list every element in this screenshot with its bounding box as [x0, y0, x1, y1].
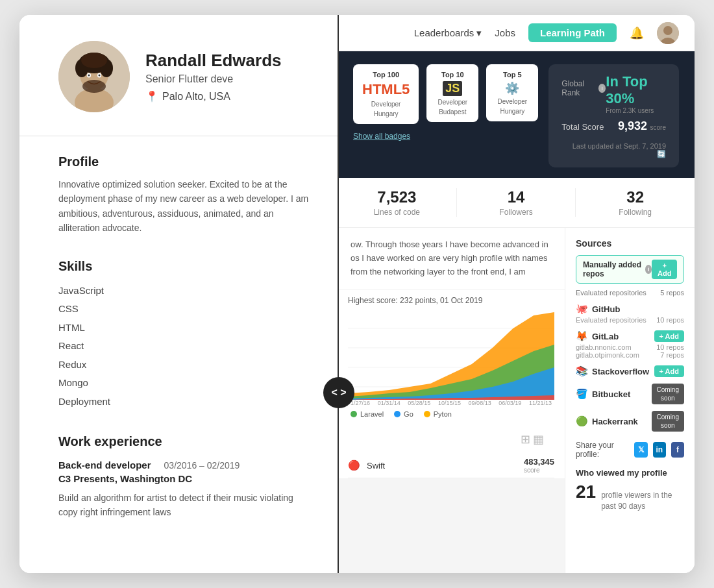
badges-score-row: Top 100 HTML5 Developer Hungary Top 10 J…	[353, 64, 679, 167]
legend-laravel: Laravel	[351, 410, 384, 418]
global-rank-label: Global Rank i	[561, 79, 606, 97]
stat-lines-of-code: 7,523 Lines of code	[338, 188, 457, 217]
sources-title: Sources	[576, 238, 684, 249]
stat-followers: 14 Followers	[457, 188, 576, 217]
legend-dot-pyton	[424, 411, 430, 417]
evaluated-repos-count: 5 repos	[660, 289, 684, 297]
gitlab-sub1: gitlab.nnonic.com	[576, 343, 632, 351]
nav-leaderboards[interactable]: Leaderboards ▾	[414, 27, 482, 39]
bitbucket-coming-soon[interactable]: Comingsoon	[652, 384, 684, 404]
jobs-label: Jobs	[495, 27, 515, 38]
share-label: Share your profile:	[576, 441, 629, 459]
rank-score-row: Total Score 9,932 score	[561, 119, 666, 133]
source-github-header: 🐙 GitHub	[576, 303, 684, 315]
list-item: Redux	[58, 356, 312, 374]
x-label-5: 09/08/13	[469, 400, 491, 406]
score-section: ⊞ ▦ 🔴 Swift 483,345 score	[338, 426, 565, 478]
gitlab-icon: 🦊	[576, 330, 588, 342]
bitbucket-label: Bitbucket	[592, 389, 630, 399]
chevron-down-icon: ▾	[476, 27, 482, 39]
source-stackoverflow: 📚 Stackoverflow + Add	[576, 365, 684, 377]
legend-label-go: Go	[404, 410, 413, 418]
avatar	[58, 41, 130, 112]
github-repos-count: 10 repos	[656, 316, 684, 324]
from-users-label: From 2.3K users	[606, 107, 666, 114]
dark-stats-section: Top 100 HTML5 Developer Hungary Top 10 J…	[338, 51, 695, 178]
gitlab-repos2: 7 repos	[660, 351, 684, 359]
nav-bar: Leaderboards ▾ Jobs Learning Path 🔔	[338, 15, 695, 51]
bell-icon[interactable]: 🔔	[630, 26, 644, 40]
profile-section-title: Profile	[58, 154, 312, 169]
list-item: Deployment	[58, 393, 312, 411]
source-bitbucket-header: 🪣 Bitbucket Comingsoon	[576, 384, 684, 404]
x-label-3: 05/28/15	[408, 400, 430, 406]
list-item: HTML	[58, 319, 312, 337]
rank-card: Global Rank i In Top 30% From 2.3K users…	[548, 64, 679, 167]
manually-added-row: Manually added repos i + Add	[576, 255, 684, 284]
hackerrank-coming-soon[interactable]: Comingsoon	[652, 411, 684, 432]
source-bitbucket: 🪣 Bitbucket Comingsoon	[576, 384, 684, 404]
gitlab-sub2-row: gitlab.otpimonk.com 7 repos	[576, 351, 684, 359]
nav-learning-path[interactable]: Learning Path	[528, 23, 617, 42]
badge-top10-sublabel: Developer	[438, 99, 468, 106]
list-item: React	[58, 337, 312, 356]
grid-view-icon[interactable]: ⊞	[521, 432, 530, 447]
chart-score-label: Highest score: 232 points, 01 Oct 2019	[348, 296, 554, 305]
show-all-badges-link[interactable]: Show all badges	[353, 132, 538, 141]
refresh-icon[interactable]: 🔄	[657, 150, 666, 158]
chart-area: Highest score: 232 points, 01 Oct 2019	[338, 289, 565, 426]
following-label: Following	[576, 208, 695, 217]
twitter-share-button[interactable]: 𝕏	[634, 442, 647, 458]
chart-legend: Laravel Go Pyton	[348, 406, 554, 422]
in-top-wrapper: In Top 30% From 2.3K users	[606, 73, 666, 114]
add-gitlab-button[interactable]: + Add	[654, 330, 684, 342]
bitbucket-icon: 🪣	[576, 388, 588, 400]
grid-icons: ⊞ ▦	[348, 426, 554, 453]
list-view-icon[interactable]: ▦	[533, 432, 544, 447]
manually-added-label: Manually added repos i	[583, 260, 652, 278]
source-hackerrank: 🟢 Hackerrank Comingsoon	[576, 411, 684, 432]
svg-point-9	[88, 75, 90, 77]
total-score-label: Total Score	[561, 122, 604, 132]
github-evaluated: Evaluated repositories	[576, 316, 646, 324]
followers-value: 14	[457, 188, 576, 206]
x-label-7: 11/21/13	[529, 400, 552, 406]
legend-dot-laravel	[351, 411, 357, 417]
in-top-value: In Top 30%	[606, 73, 666, 107]
viewers-text: profile viewers in the past 90 days	[601, 490, 684, 512]
gitlab-sub2: gitlab.otpimonk.com	[576, 351, 639, 359]
facebook-share-button[interactable]: f	[671, 442, 684, 458]
following-value: 32	[576, 188, 695, 206]
swift-score-value: 483,345	[524, 457, 554, 467]
main-content: ow. Through those years I have become ad…	[338, 228, 695, 573]
score-row-swift: 🔴 Swift 483,345 score	[348, 453, 554, 478]
svg-point-10	[99, 75, 101, 77]
viewers-row: 21 profile viewers in the past 90 days	[576, 482, 684, 512]
left-panel: Randall Edwards Senior Flutter deve 📍 Pa…	[19, 15, 338, 573]
nav-jobs[interactable]: Jobs	[495, 27, 515, 38]
svg-point-13	[663, 26, 672, 35]
chart-x-labels: 1/27/16 01/31/14 05/28/15 10/15/15 09/08…	[348, 400, 554, 406]
job-dates: 03/2016 – 02/2019	[164, 460, 240, 471]
badge-top10: Top 10 JS Developer Budapest	[426, 64, 478, 122]
html5-icon: HTML5	[362, 81, 410, 98]
nav-avatar[interactable]	[657, 22, 679, 44]
badge-top5: Top 5 ⚙️ Developer Hungary	[486, 64, 538, 121]
stat-following: 32 Following	[576, 188, 695, 217]
lines-of-code-value: 7,523	[338, 188, 456, 206]
location-text: Palo Alto, USA	[162, 91, 230, 103]
x-label-6: 06/03/19	[499, 400, 521, 406]
js-icon: JS	[443, 81, 462, 96]
add-manual-button[interactable]: + Add	[652, 260, 677, 279]
learning-path-label: Learning Path	[540, 27, 605, 38]
toggle-button[interactable]: < >	[323, 377, 354, 408]
linkedin-share-button[interactable]: in	[653, 442, 666, 458]
add-stackoverflow-button[interactable]: + Add	[654, 365, 684, 377]
evaluated-repos-row: Evaluated repositories 5 repos	[576, 289, 684, 297]
badge-top10-label: Top 10	[441, 71, 464, 79]
badge-top5-location: Hungary	[500, 108, 524, 115]
skills-list: JavaScript CSS HTML React Redux Mongo De…	[58, 282, 312, 411]
list-item: CSS	[58, 300, 312, 319]
badge-top10-location: Budapest	[439, 108, 466, 116]
framework-icon: ⚙️	[505, 81, 519, 95]
